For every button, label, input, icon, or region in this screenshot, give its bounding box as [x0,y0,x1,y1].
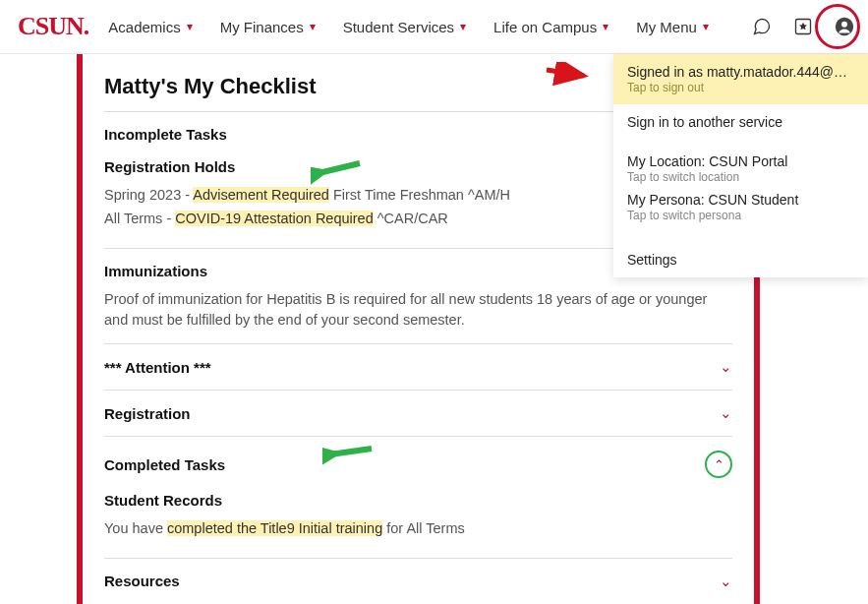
student-records-heading: Student Records [104,492,732,509]
logo[interactable]: CSUN. [18,12,88,41]
nav-label: My Menu [636,19,697,35]
chat-icon[interactable] [750,15,774,38]
completed-tasks-section: Completed Tasks ⌃ Student Records You ha… [104,436,732,604]
menu-persona[interactable]: My Persona: CSUN Student Tap to switch p… [613,188,868,232]
hold-line1-post: First Time Freshman ^AM/H [329,187,510,203]
svg-point-2 [841,22,847,28]
nav-life-on-campus[interactable]: Life on Campus ▾ [493,19,608,35]
attention-row[interactable]: *** Attention *** ⌄ [104,343,732,390]
menu-settings[interactable]: Settings [613,242,868,277]
nav-label: My Finances [220,19,304,35]
hold-line2-pre: All Terms - [104,211,175,226]
profile-icon[interactable] [833,15,856,38]
another-service-label: Sign in to another service [627,114,854,130]
profile-menu: Signed in as matty.matador.444@m… Tap to… [613,54,868,277]
collapse-button[interactable]: ⌃ [705,451,732,478]
menu-location[interactable]: My Location: CSUN Portal Tap to switch l… [613,150,868,188]
nav-items: Academics ▾ My Finances ▾ Student Servic… [108,19,730,35]
immunizations-body: Proof of immunization for Hepatitis B is… [104,289,732,332]
chevron-down-icon: ▾ [603,20,608,33]
hold-line1-highlight: Advisement Required [193,187,329,203]
top-nav: CSUN. Academics ▾ My Finances ▾ Student … [0,0,868,54]
chevron-up-icon: ⌃ [714,457,724,472]
chevron-down-icon: ▾ [310,20,316,33]
persona-hint: Tap to switch persona [627,209,854,222]
star-box-icon[interactable] [791,15,815,38]
attention-label: *** Attention *** [104,359,211,376]
student-records-body: You have completed the Title9 Initial tr… [104,518,732,540]
chevron-down-icon: ▾ [187,20,193,33]
registration-row[interactable]: Registration ⌄ [104,390,732,436]
nav-my-menu[interactable]: My Menu ▾ [636,19,709,35]
location-hint: Tap to switch location [627,170,854,184]
signed-in-hint: Tap to sign out [627,81,854,94]
completed-tasks-heading: Completed Tasks [104,456,225,473]
hold-line1-pre: Spring 2023 - [104,187,193,203]
hold-line2-post: ^CAR/CAR [374,211,448,226]
hold-line2-highlight: COVID-19 Attestation Required [175,211,374,226]
logo-text: CSUN [18,12,84,40]
resources-label: Resources [104,573,180,589]
nav-label: Student Services [343,19,454,35]
resources-row[interactable]: Resources ⌄ [104,558,732,604]
records-line-pre: You have [104,520,167,536]
chevron-down-icon: ▾ [703,20,709,33]
menu-another-service[interactable]: Sign in to another service [613,104,868,140]
chevron-down-icon: ⌄ [720,358,732,376]
persona-label: My Persona: CSUN Student [627,192,854,208]
signed-in-label: Signed in as matty.matador.444@m… [627,64,854,80]
logo-dot: . [84,12,89,40]
nav-student-services[interactable]: Student Services ▾ [343,19,466,35]
chevron-down-icon: ⌄ [720,404,732,422]
location-label: My Location: CSUN Portal [627,153,854,169]
registration-label: Registration [104,405,191,422]
settings-label: Settings [627,252,854,268]
nav-label: Academics [108,19,180,35]
nav-right [750,15,856,38]
chevron-down-icon: ⌄ [720,573,732,590]
records-line-post: for All Terms [382,520,465,536]
nav-my-finances[interactable]: My Finances ▾ [220,19,316,35]
chevron-down-icon: ▾ [460,20,466,33]
nav-academics[interactable]: Academics ▾ [108,19,192,35]
menu-sign-out[interactable]: Signed in as matty.matador.444@m… Tap to… [613,54,868,104]
nav-label: Life on Campus [493,19,597,35]
records-line-highlight: completed the Title9 Initial training [167,520,382,536]
